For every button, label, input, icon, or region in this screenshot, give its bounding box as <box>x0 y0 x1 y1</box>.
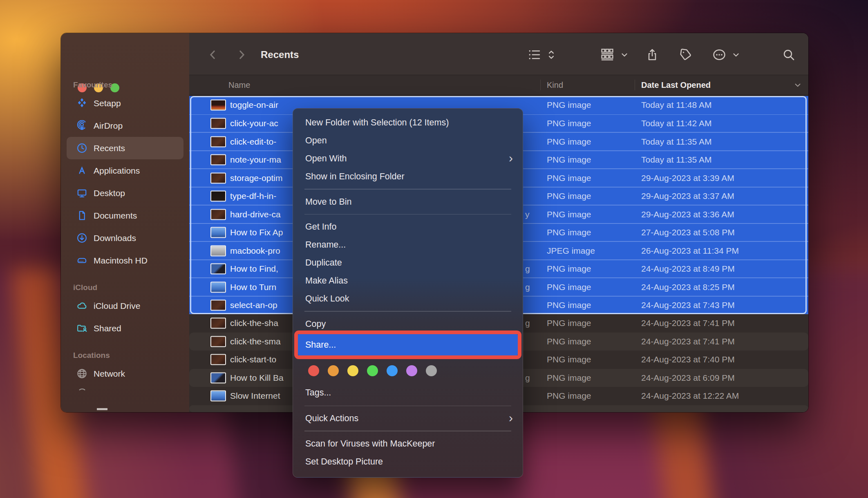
tag-color-row <box>293 359 523 383</box>
sort-direction-chevron-icon[interactable] <box>793 80 802 89</box>
sidebar-item-airdrop[interactable]: AirDrop <box>67 114 183 137</box>
document-icon <box>76 210 87 221</box>
file-thumbnail-icon <box>210 100 226 111</box>
menu-item-scan-for-viruses[interactable]: Scan for Viruses with MacKeeper <box>293 435 523 453</box>
menu-item-new-folder-with-selection[interactable]: New Folder with Selection (12 Items) <box>293 114 523 132</box>
menu-item-set-desktop-picture[interactable]: Set Desktop Picture <box>293 453 523 471</box>
sidebar-item-downloads[interactable]: Downloads <box>67 227 183 249</box>
file-kind: PNG image <box>547 282 591 292</box>
truncated-sidebar-icon <box>78 389 87 398</box>
sort-updown-icon[interactable] <box>546 49 557 60</box>
menu-item-share[interactable]: Share... <box>298 334 518 355</box>
sidebar-item-desktop[interactable]: Desktop <box>67 182 183 204</box>
file-thumbnail-icon <box>210 227 226 238</box>
file-name-tail: g <box>525 282 530 292</box>
tag-icon[interactable] <box>679 48 692 61</box>
file-name: select-an-op <box>230 300 277 310</box>
submenu-chevron-icon: › <box>509 149 513 167</box>
file-thumbnail-icon <box>210 172 226 183</box>
sidebar-item-label: iCloud Drive <box>94 301 140 311</box>
menu-separator <box>304 189 511 190</box>
menu-item-rename[interactable]: Rename... <box>293 236 523 254</box>
file-thumbnail-icon <box>210 245 226 256</box>
setapp-diamonds-icon <box>76 98 87 109</box>
menu-separator <box>304 431 511 431</box>
file-name: toggle-on-air <box>230 100 278 110</box>
file-kind: PNG image <box>547 100 591 110</box>
sidebar-item-macintosh-hd[interactable]: Macintosh HD <box>67 249 183 272</box>
tag-grey-dot[interactable] <box>426 365 437 376</box>
file-date: 24-Aug-2023 at 7:41 PM <box>641 318 735 328</box>
search-icon[interactable] <box>782 48 795 61</box>
tag-yellow-dot[interactable] <box>347 365 358 376</box>
file-kind: PNG image <box>547 210 591 219</box>
more-chevron-down-icon[interactable] <box>732 50 740 59</box>
file-kind: JPEG image <box>547 246 595 256</box>
clock-icon <box>76 143 87 154</box>
window-title: Recents <box>261 49 299 60</box>
sidebar-item-label: AirDrop <box>94 121 123 131</box>
file-thumbnail-icon <box>210 391 226 402</box>
file-name: How to Turn <box>230 282 276 292</box>
more-ellipsis-icon[interactable] <box>712 48 726 62</box>
menu-item-make-alias[interactable]: Make Alias <box>293 272 523 290</box>
sidebar-section-favourites: Favourites <box>73 78 189 92</box>
file-thumbnail-icon <box>210 281 226 293</box>
group-view-icon[interactable] <box>600 48 614 62</box>
file-date: 29-Aug-2023 at 3:39 AM <box>641 173 734 183</box>
sidebar: Favourites Setapp <box>61 33 189 412</box>
file-thumbnail-icon <box>210 354 226 365</box>
monitor-icon <box>76 188 87 199</box>
sidebar-item-setapp[interactable]: Setapp <box>67 92 183 114</box>
menu-item-open[interactable]: Open <box>293 132 523 150</box>
column-header-kind[interactable]: Kind <box>547 80 563 90</box>
file-kind: PNG image <box>547 373 591 383</box>
file-name-tail: g <box>525 318 530 328</box>
sidebar-item-shared[interactable]: Shared <box>67 317 183 339</box>
back-chevron-icon[interactable] <box>207 49 219 61</box>
menu-item-show-in-enclosing-folder[interactable]: Show in Enclosing Folder <box>293 167 523 185</box>
menu-item-quick-look[interactable]: Quick Look <box>293 290 523 308</box>
file-thumbnail-icon <box>210 336 226 347</box>
tag-red-dot[interactable] <box>308 365 319 376</box>
menu-item-copy[interactable]: Copy <box>293 315 523 333</box>
sidebar-item-label: Applications <box>94 166 140 176</box>
column-divider[interactable] <box>635 80 635 90</box>
file-kind: PNG image <box>547 355 591 364</box>
file-date: 29-Aug-2023 at 3:37 AM <box>641 191 734 201</box>
file-thumbnail-icon <box>210 300 226 311</box>
sidebar-item-icloud-drive[interactable]: iCloud Drive <box>67 295 183 317</box>
list-view-icon[interactable] <box>528 48 541 61</box>
forward-chevron-icon[interactable] <box>235 49 248 61</box>
menu-item-label: Quick Actions <box>305 413 358 423</box>
file-kind: PNG image <box>547 173 591 183</box>
internal-drive-icon <box>76 255 87 266</box>
share-icon[interactable] <box>646 48 659 61</box>
sidebar-item-network[interactable]: Network <box>67 362 183 385</box>
file-name: How to Kill Ba <box>230 373 284 383</box>
tag-green-dot[interactable] <box>367 365 378 376</box>
file-date: 24-Aug-2023 at 8:25 PM <box>641 282 735 292</box>
menu-item-move-to-bin[interactable]: Move to Bin <box>293 193 523 211</box>
tag-blue-dot[interactable] <box>387 365 398 376</box>
tag-orange-dot[interactable] <box>328 365 339 376</box>
file-date: 24-Aug-2023 at 7:41 PM <box>641 337 735 346</box>
column-header-date-last-opened[interactable]: Date Last Opened <box>641 80 711 90</box>
column-header-name[interactable]: Name <box>228 80 250 90</box>
tag-purple-dot[interactable] <box>406 365 417 376</box>
column-divider[interactable] <box>540 80 541 90</box>
file-date: Today at 11:35 AM <box>641 155 711 165</box>
menu-item-duplicate[interactable]: Duplicate <box>293 254 523 272</box>
sidebar-item-recents[interactable]: Recents <box>67 137 183 159</box>
sidebar-item-applications[interactable]: Applications <box>67 159 183 182</box>
menu-item-tags[interactable]: Tags... <box>293 383 523 402</box>
sidebar-item-label: Shared <box>94 324 121 333</box>
file-date: Today at 11:35 AM <box>641 137 711 147</box>
group-chevron-down-icon[interactable] <box>620 50 629 59</box>
menu-item-get-info[interactable]: Get Info <box>293 218 523 236</box>
truncated-sidebar-label <box>97 408 107 410</box>
file-kind: PNG image <box>547 264 591 274</box>
sidebar-item-documents[interactable]: Documents <box>67 204 183 227</box>
menu-item-quick-actions[interactable]: Quick Actions › <box>293 409 523 427</box>
menu-item-open-with[interactable]: Open With › <box>293 150 523 167</box>
